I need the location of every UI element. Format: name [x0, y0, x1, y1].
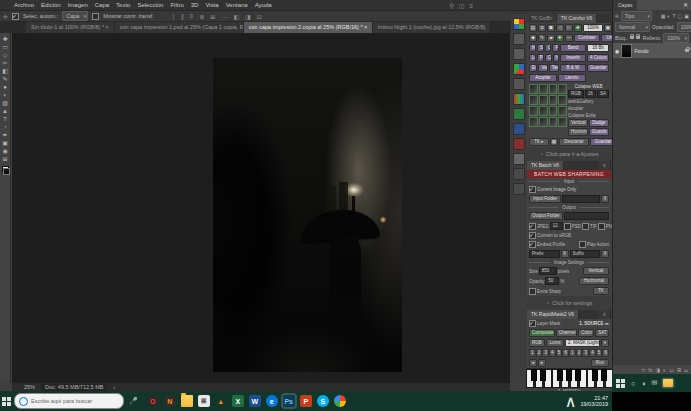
mask-zone-key[interactable] — [592, 369, 598, 381]
current-image-only-checkbox[interactable] — [529, 186, 536, 193]
mask-thumbnail-button[interactable] — [549, 95, 558, 105]
zone-prev-button[interactable]: ◂ — [529, 359, 537, 367]
fit-icon[interactable]: ▣ — [604, 24, 612, 32]
tif-checkbox[interactable] — [582, 223, 589, 230]
menu-item[interactable]: Ventana — [226, 2, 248, 8]
save-button[interactable]: Guardar — [587, 64, 609, 72]
composite-button[interactable]: Composite — [529, 329, 555, 337]
status-chevron-icon[interactable]: › — [113, 384, 115, 390]
tk-blue-icon[interactable] — [513, 123, 525, 135]
luminosity-button[interactable]: Lum — [529, 54, 536, 62]
discard-button[interactable]: Descartar — [559, 138, 589, 146]
close-icon[interactable]: ✕ — [680, 0, 691, 10]
menu-icon[interactable]: ≡ — [469, 3, 473, 9]
zone-button[interactable]: 5 — [596, 349, 603, 357]
tk-brush-icon[interactable] — [513, 168, 525, 180]
contract-button[interactable]: Contraer — [574, 34, 600, 42]
layer-row-background[interactable]: ◉ Fondo — [613, 43, 691, 58]
menu-item[interactable]: Ayuda — [255, 2, 272, 8]
mask-thumbnail-button[interactable] — [558, 95, 567, 105]
flatten-button[interactable]: Acoplar — [529, 74, 557, 82]
channel-button[interactable]: Channel — [556, 329, 577, 337]
mask-thumbnail-button[interactable] — [558, 117, 567, 127]
brush-b-icon[interactable]: ✎ — [538, 34, 546, 42]
exposure-button[interactable]: Exp — [529, 64, 537, 72]
menu-item[interactable]: Selección — [137, 2, 163, 8]
size-button[interactable]: Tamño — [549, 64, 559, 72]
explorer-icon-2[interactable] — [663, 379, 673, 387]
mask-zone-key[interactable] — [566, 369, 572, 381]
doc-tab-1[interactable]: Sin título-1 al 100% (RGB/8) * × — [26, 22, 115, 33]
eye-icon[interactable]: ◉ — [615, 48, 619, 54]
zone-next-button[interactable]: ▸ — [538, 359, 546, 367]
filter-type-icon[interactable]: T — [672, 13, 675, 19]
adjustment-layer-icon[interactable]: ◐ — [663, 367, 666, 373]
color-swatches[interactable] — [2, 166, 9, 174]
sat-button[interactable]: SAT — [595, 329, 609, 337]
filter-pixel-icon[interactable]: ▦ — [661, 13, 666, 19]
tk-swap-icon[interactable] — [513, 48, 525, 60]
mask-thumbnail-button[interactable] — [558, 106, 567, 116]
doc-tab-4[interactable]: Intimo Night 1 (noche).jpg al 12,5% (RGB… — [373, 22, 492, 33]
brush-add-icon[interactable]: ✚ — [556, 34, 564, 42]
tk-button[interactable]: TK — [593, 287, 609, 295]
canvas-button[interactable]: Lienzo — [558, 74, 586, 82]
band-button[interactable]: Band — [560, 44, 586, 52]
colapse-check-label[interactable]: Colapse Exila — [568, 113, 596, 118]
fill-icon[interactable]: ◼ — [547, 24, 555, 32]
4colors-button[interactable]: 4 Colors — [587, 54, 609, 62]
mask-thumbnail-button[interactable] — [529, 95, 538, 105]
menu-item[interactable]: 3D — [191, 2, 199, 8]
taskbar-powerpoint-icon[interactable]: P — [300, 395, 312, 407]
suffix-field[interactable]: Suffix — [570, 250, 601, 258]
mask-thumbnail-button[interactable] — [529, 84, 538, 94]
mask-zone-key[interactable] — [601, 369, 607, 381]
zone-button[interactable]: 2 — [536, 349, 543, 357]
align-top-icon[interactable]: ◧ — [233, 13, 239, 20]
levels-button[interactable]: Niv — [553, 54, 560, 62]
opacity-dropdown[interactable]: 100% — [677, 22, 691, 32]
tk-combo-tab-2[interactable]: TK Combo V6 — [557, 14, 597, 23]
brush-tool-icon[interactable]: ✎ — [2, 76, 7, 82]
opacity-field[interactable]: 50 — [545, 277, 559, 285]
layers-tab[interactable]: Capas — [613, 0, 637, 10]
mask-thumbnail-button[interactable] — [539, 106, 548, 116]
tray-chevron-icon[interactable]: ∧ — [565, 392, 577, 411]
brush-min-icon[interactable]: — — [565, 34, 573, 42]
align-left-icon[interactable]: ∣ — [172, 13, 175, 20]
microphone-icon[interactable]: 🎤 — [129, 397, 138, 405]
taskbar-nitro-icon[interactable]: N — [164, 395, 176, 407]
menu-item[interactable]: Edición — [41, 2, 61, 8]
prefix-field[interactable]: Prefix — [529, 250, 560, 258]
saturation-button[interactable]: Satur — [537, 44, 544, 52]
align-bottom-icon[interactable]: ◨ — [245, 13, 251, 20]
start-button[interactable] — [2, 397, 11, 406]
mask-thumbnail-button[interactable] — [549, 117, 558, 127]
mask-thumbnail-button[interactable] — [539, 117, 548, 127]
move-tool-icon[interactable]: ✚ — [2, 36, 7, 42]
point-button[interactable]: Punto — [537, 54, 544, 62]
tk-doc-icon[interactable] — [513, 183, 525, 195]
mask-dropdown-icon[interactable]: ▾ — [601, 339, 609, 347]
lock-position-icon[interactable] — [636, 36, 640, 39]
zone-button[interactable]: 2 — [576, 349, 583, 357]
zone-button[interactable]: 6 — [562, 349, 569, 357]
layer-filter-dropdown[interactable]: Tipo — [621, 11, 652, 21]
zone-button[interactable]: 6 — [602, 349, 609, 357]
search-icon[interactable]: ⚲ — [449, 2, 453, 9]
input-folder-button[interactable]: Input Folder — [529, 195, 561, 203]
mask-zone-key[interactable] — [575, 369, 581, 381]
color-source-button[interactable]: Color — [578, 329, 594, 337]
tk-color-wheel-icon[interactable] — [513, 63, 525, 75]
filter-smart-icon[interactable]: ▣ — [684, 13, 689, 19]
marquee-tool-icon[interactable]: ▭ — [2, 44, 8, 50]
vertical-size-button[interactable]: Vertical — [583, 267, 609, 275]
zone-button[interactable]: 1 — [569, 349, 576, 357]
more-options-icon[interactable]: ⋯ — [221, 13, 227, 20]
distribute-icon[interactable]: ≣ — [199, 13, 204, 20]
autoselect-checkbox[interactable] — [12, 13, 19, 20]
zone-button[interactable]: 4 — [589, 349, 596, 357]
tk-green-icon[interactable] — [513, 108, 525, 120]
vertical-button[interactable]: Vertical — [568, 119, 588, 127]
zone-button[interactable]: 1 — [529, 349, 536, 357]
